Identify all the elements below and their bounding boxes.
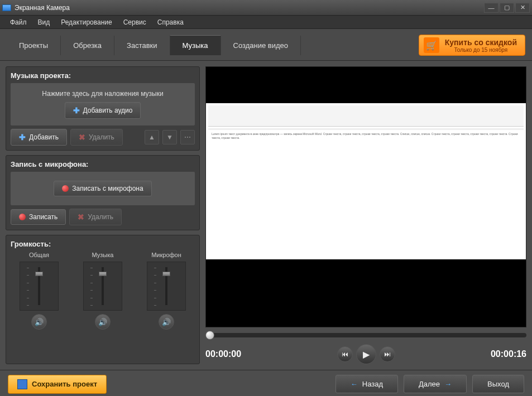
next-button[interactable]: ⏭ — [380, 346, 395, 362]
mute-music-button[interactable]: 🔊 — [95, 314, 111, 330]
mute-general-button[interactable]: 🔊 — [31, 314, 47, 330]
x-icon: ✖ — [78, 213, 84, 221]
vol-general-slider[interactable] — [20, 262, 59, 311]
mic-panel: Запись с микрофона: Записать с микрофона… — [6, 155, 200, 230]
promo-button[interactable]: 🛒 Купить со скидкой Только до 15 ноября — [419, 35, 525, 56]
vol-music-slider[interactable] — [83, 262, 122, 311]
exit-label: Выход — [487, 380, 509, 388]
save-label: Сохранить проект — [32, 380, 97, 388]
tab-bar: Проекты Обрезка Заставки Музыка Создание… — [0, 29, 532, 61]
menu-view[interactable]: Вид — [32, 17, 56, 28]
main-area: Музыка проекта: Нажмите здесь для наложе… — [0, 61, 532, 370]
time-total: 00:00:16 — [476, 349, 526, 359]
volume-title: Громкость: — [11, 240, 195, 248]
save-project-button[interactable]: Сохранить проект — [8, 375, 107, 394]
minimize-button[interactable]: — — [484, 3, 499, 13]
music-panel: Музыка проекта: Нажмите здесь для наложе… — [6, 66, 200, 151]
timeline-thumb[interactable] — [205, 331, 214, 340]
playback-row: 00:00:00 ⏮ ▶ ⏭ 00:00:16 — [205, 344, 526, 364]
menu-file[interactable]: Файл — [4, 17, 32, 28]
play-controls: ⏮ ▶ ⏭ — [337, 344, 395, 364]
vol-mic-slider[interactable] — [147, 262, 186, 311]
timeline[interactable] — [205, 333, 526, 337]
vol-music-label: Музыка — [92, 252, 114, 258]
volume-section: Общая 🔊 Музыка 🔊 Микрофон — [11, 252, 195, 330]
add-audio-label: Добавить аудио — [83, 107, 133, 114]
promo-text: Купить со скидкой Только до 15 ноября — [445, 38, 517, 53]
play-button[interactable]: ▶ — [356, 344, 376, 364]
right-panel: Lorem ipsum текст документа в окне предп… — [205, 66, 526, 364]
move-down-button: ▼ — [162, 130, 177, 144]
delete-label: Удалить — [89, 133, 114, 141]
record-label: Записать — [29, 213, 57, 221]
menubar: Файл Вид Редактирование Сервис Справка — [0, 16, 532, 29]
music-row-controls: ✚ Добавить ✖ Удалить ▲ ▼ ⋯ — [11, 129, 195, 146]
close-button[interactable]: ✕ — [515, 3, 530, 13]
record-button[interactable]: Записать — [11, 209, 66, 225]
preview-content: Lorem ipsum текст документа в окне предп… — [206, 103, 526, 259]
window-controls: — ▢ ✕ — [484, 3, 530, 13]
delete-record-button: ✖ Удалить — [69, 209, 122, 225]
time-current: 00:00:00 — [205, 349, 256, 359]
tab-trim[interactable]: Обрезка — [61, 36, 114, 55]
titlebar: Экранная Камера — ▢ ✕ — [0, 0, 532, 16]
exit-button[interactable]: Выход — [472, 375, 524, 393]
next-nav-button[interactable]: Далее → — [404, 375, 467, 393]
add-audio-button[interactable]: ✚ Добавить аудио — [65, 102, 141, 119]
options-button: ⋯ — [180, 130, 195, 144]
left-panel: Музыка проекта: Нажмите здесь для наложе… — [6, 66, 200, 364]
mic-row-controls: Записать ✖ Удалить — [11, 209, 195, 225]
slider-thumb[interactable] — [162, 272, 170, 276]
tab-create[interactable]: Создание видео — [221, 36, 301, 55]
arrow-right-icon: → — [444, 380, 452, 388]
tab-music[interactable]: Музыка — [170, 35, 221, 55]
maximize-button[interactable]: ▢ — [500, 3, 514, 13]
tab-projects[interactable]: Проекты — [7, 36, 61, 55]
promo-title: Купить со скидкой — [445, 38, 517, 47]
mic-hint: Записать с микрофона — [11, 172, 195, 205]
menu-service[interactable]: Сервис — [118, 17, 152, 28]
app-icon — [2, 4, 11, 11]
bottom-bar: Сохранить проект ← Назад Далее → Выход — [0, 370, 532, 396]
timeline-row — [205, 333, 526, 337]
mic-panel-title: Запись с микрофона: — [11, 160, 195, 168]
menu-edit[interactable]: Редактирование — [55, 17, 117, 28]
arrow-left-icon: ← — [351, 380, 358, 388]
music-hint-text: Нажмите здесь для наложения музыки — [15, 90, 190, 98]
x-icon: ✖ — [79, 133, 85, 142]
delete-audio-button: ✖ Удалить — [70, 129, 123, 146]
prev-button[interactable]: ⏮ — [337, 346, 353, 362]
add-button[interactable]: ✚ Добавить — [11, 129, 67, 146]
volume-general: Общая 🔊 — [20, 252, 59, 330]
plus-icon: ✚ — [73, 106, 80, 115]
volume-mic: Микрофон 🔊 — [147, 252, 186, 330]
next-label: Далее — [419, 380, 440, 388]
vol-general-label: Общая — [29, 252, 49, 258]
cart-icon: 🛒 — [424, 37, 439, 53]
video-preview[interactable]: Lorem ipsum текст документа в окне предп… — [205, 66, 526, 327]
vol-mic-label: Микрофон — [151, 252, 181, 258]
promo-subtitle: Только до 15 ноября — [445, 47, 517, 53]
window-title: Экранная Камера — [15, 4, 484, 12]
slider-thumb[interactable] — [35, 272, 43, 276]
record-mic-button[interactable]: Записать с микрофона — [54, 181, 151, 196]
mute-mic-button[interactable]: 🔊 — [159, 314, 174, 330]
record-mic-label: Записать с микрофона — [72, 185, 143, 192]
back-button[interactable]: ← Назад — [336, 375, 398, 393]
menu-help[interactable]: Справка — [152, 17, 189, 28]
move-up-button: ▲ — [145, 130, 159, 144]
volume-panel: Громкость: Общая 🔊 Музыка 🔊 — [6, 235, 200, 364]
tab-titles[interactable]: Заставки — [114, 36, 170, 55]
volume-music: Музыка 🔊 — [83, 252, 122, 330]
plus-icon: ✚ — [19, 133, 26, 142]
music-panel-title: Музыка проекта: — [11, 71, 195, 80]
back-label: Назад — [362, 380, 383, 388]
add-label: Добавить — [29, 133, 59, 141]
slider-thumb[interactable] — [99, 272, 107, 276]
music-hint[interactable]: Нажмите здесь для наложения музыки ✚ Доб… — [11, 83, 195, 125]
delete-record-label: Удалить — [88, 213, 113, 221]
floppy-icon — [17, 379, 27, 389]
